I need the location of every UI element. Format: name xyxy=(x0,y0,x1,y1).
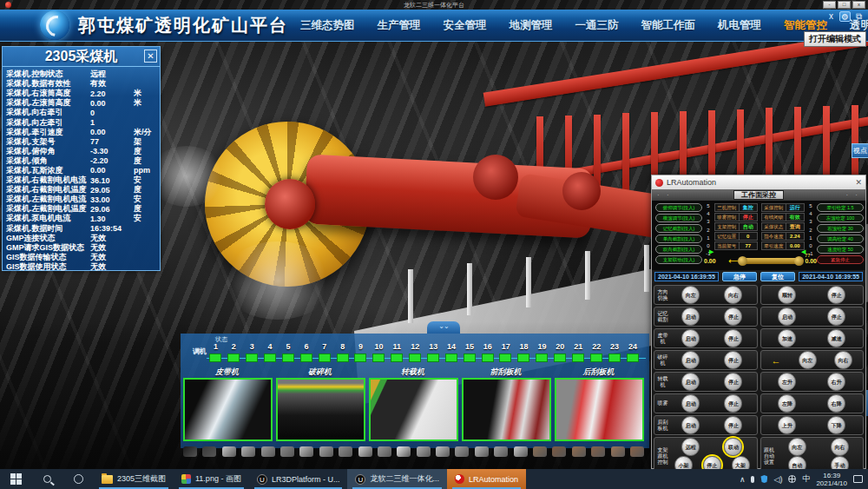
control-button-远程[interactable]: 远程 xyxy=(681,438,700,456)
taskbar-app-龙软二三维一体化...[interactable]: U龙软二三维一体化... xyxy=(347,469,447,489)
filmstrip-thumb[interactable] xyxy=(455,446,469,457)
nav-item-安全管理[interactable]: 安全管理 xyxy=(444,18,487,33)
clock[interactable]: 16:39 2021/4/10 xyxy=(816,472,847,487)
taskbar-app-2305三维截图[interactable]: 2305三维截图 xyxy=(94,469,174,489)
chevron-down-icon[interactable]: ⌄⌄ xyxy=(427,321,460,334)
control-button-停止[interactable]: 停止 xyxy=(724,351,742,369)
filmstrip-thumb[interactable] xyxy=(417,446,431,457)
control-button-停止[interactable]: 停止 xyxy=(724,329,742,347)
start-button[interactable] xyxy=(0,469,31,489)
close-icon[interactable]: ✕ xyxy=(855,178,862,187)
filmstrip-thumb[interactable] xyxy=(358,446,372,457)
reset-button[interactable]: 复位 xyxy=(760,272,795,281)
control-button-联动[interactable]: 联动 xyxy=(724,438,742,456)
tool-close-icon[interactable]: x xyxy=(825,11,837,22)
taskbar-app-11.png - 画图[interactable]: 11.png - 画图 xyxy=(174,469,249,489)
nav-item-地测管理[interactable]: 地测管理 xyxy=(510,18,553,33)
filmstrip-thumb[interactable] xyxy=(280,446,294,457)
mode-button[interactable]: 双向截割(投入) xyxy=(655,245,702,254)
mode-button[interactable]: 横滚调节(投入) xyxy=(655,214,702,222)
control-button-向右[interactable]: 向右 xyxy=(724,286,742,304)
control-button-减速[interactable]: 减速 xyxy=(827,329,845,347)
mode-button[interactable]: 支架联动(投入) xyxy=(655,255,702,264)
control-button-停止[interactable]: 停止 xyxy=(724,307,742,326)
minimize-button[interactable]: - xyxy=(823,1,836,9)
filmstrip-thumb[interactable] xyxy=(202,446,216,457)
filmstrip-thumb[interactable] xyxy=(630,446,644,457)
filmstrip-thumb[interactable] xyxy=(436,446,450,457)
filmstrip-thumb[interactable] xyxy=(222,446,236,457)
control-button-右降[interactable]: 右降 xyxy=(827,394,845,413)
setpoint-button[interactable]: 牵引给定 1.5 xyxy=(817,203,864,212)
mode-button[interactable]: 单向截割(投入) xyxy=(655,235,702,243)
security-shield-icon[interactable] xyxy=(760,475,767,483)
nav-item-机电管理[interactable]: 机电管理 xyxy=(718,18,761,33)
restore-icon[interactable]: ⧉ xyxy=(853,11,865,22)
filmstrip-thumb[interactable] xyxy=(397,446,411,457)
control-button-下降[interactable]: 下降 xyxy=(827,416,845,434)
filmstrip-thumb[interactable] xyxy=(572,446,586,457)
control-button-启动[interactable]: 启动 xyxy=(681,416,700,434)
cortana-icon[interactable] xyxy=(62,469,94,489)
control-button-停止[interactable]: 停止 xyxy=(724,394,742,413)
control-button-启动[interactable]: 启动 xyxy=(681,307,700,326)
viewpoint-tab[interactable]: 视点 xyxy=(852,143,868,158)
control-button-启动[interactable]: 启动 xyxy=(681,394,700,413)
control-button-启动[interactable]: 启动 xyxy=(681,351,700,369)
control-button-停止[interactable]: 停止 xyxy=(827,307,845,326)
notification-icon[interactable] xyxy=(853,475,863,483)
nav-item-三维态势图[interactable]: 三维态势图 xyxy=(300,18,355,33)
setpoint-button[interactable]: 速度给定 50 xyxy=(817,245,864,254)
nav-item-智能管控[interactable]: 智能管控 xyxy=(784,18,827,33)
camera-thumbnail-破碎机[interactable] xyxy=(276,378,365,441)
nav-item-生产管理[interactable]: 生产管理 xyxy=(378,18,421,33)
emergency-stop-button[interactable]: 紧急停止 xyxy=(817,255,864,264)
control-button-停止[interactable]: 停止 xyxy=(724,373,742,391)
mode-button[interactable]: 俯仰调节(投入) xyxy=(655,203,702,212)
control-button-向右[interactable]: 向右 xyxy=(834,351,852,369)
filmstrip-thumb[interactable] xyxy=(319,446,333,457)
nav-item-一通三防[interactable]: 一通三防 xyxy=(575,18,619,33)
maximize-button[interactable]: □ xyxy=(838,1,851,9)
open-edit-mode-button[interactable]: 打开编辑模式 xyxy=(804,31,866,47)
filmstrip-thumb[interactable] xyxy=(299,446,313,457)
filmstrip-thumb[interactable] xyxy=(494,446,508,457)
control-button-加速[interactable]: 加速 xyxy=(778,329,796,347)
close-icon[interactable]: ✕ xyxy=(144,50,157,63)
taskbar-app-LR3DPlatform - U...[interactable]: ULR3DPlatform - U... xyxy=(249,469,348,489)
filmstrip-thumb[interactable] xyxy=(241,446,255,457)
volume-icon[interactable]: ◁) xyxy=(773,475,782,484)
control-button-启动[interactable]: 启动 xyxy=(778,307,796,326)
camera-thumbnail-前刮板机[interactable] xyxy=(462,378,551,441)
control-button-右升[interactable]: 右升 xyxy=(827,373,845,391)
control-button-向左[interactable]: 向左 xyxy=(799,351,817,369)
tab-workface-control[interactable]: 工作面采控 xyxy=(733,190,784,200)
filmstrip-thumb[interactable] xyxy=(339,446,352,457)
gear-icon[interactable]: ⚙ xyxy=(839,11,851,22)
control-button-向左[interactable]: 向左 xyxy=(788,438,806,456)
setpoint-button[interactable]: 右滚给定 30 xyxy=(817,224,864,233)
control-button-启动[interactable]: 启动 xyxy=(681,373,700,391)
control-button-停止[interactable]: 停止 xyxy=(827,286,845,304)
control-button-顺转[interactable]: 顺转 xyxy=(778,286,796,304)
filmstrip-thumb[interactable] xyxy=(533,446,547,457)
control-button-向右[interactable]: 向右 xyxy=(831,438,849,456)
close-button[interactable]: x xyxy=(852,1,865,9)
filmstrip-thumb[interactable] xyxy=(591,446,605,457)
filmstrip-thumb[interactable] xyxy=(183,446,197,457)
filmstrip-thumb[interactable] xyxy=(378,446,391,457)
camera-thumbnail-后刮板机[interactable] xyxy=(555,378,644,441)
control-button-启动[interactable]: 启动 xyxy=(681,329,700,347)
setpoint-button[interactable]: 调高给定 40 xyxy=(817,235,864,243)
camera-thumbnail-转载机[interactable] xyxy=(369,378,458,441)
control-button-左升[interactable]: 左升 xyxy=(778,373,796,391)
control-button-左降[interactable]: 左降 xyxy=(778,394,796,413)
tray-expand-icon[interactable]: ∧ xyxy=(740,475,746,484)
filmstrip-thumb[interactable] xyxy=(475,446,489,457)
estop-button[interactable]: 急停 xyxy=(722,272,757,281)
filmstrip-thumb[interactable] xyxy=(552,446,566,457)
mic-icon[interactable] xyxy=(751,476,754,483)
filmstrip-thumb[interactable] xyxy=(611,446,625,457)
search-icon[interactable] xyxy=(31,469,62,489)
control-button-向左[interactable]: 向左 xyxy=(681,286,700,304)
